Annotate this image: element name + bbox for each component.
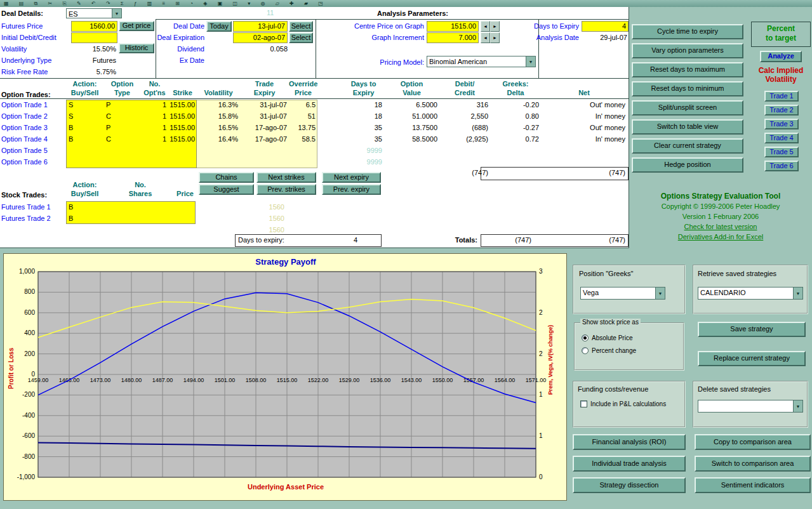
option-trades-input-region[interactable] xyxy=(66,100,197,168)
trade-4-button[interactable]: Trade 4 xyxy=(764,133,799,143)
check-latest-link[interactable]: Check for latest version xyxy=(684,223,757,230)
trade-2-button[interactable]: Trade 2 xyxy=(764,105,799,116)
reset-days-to-maximum-button[interactable]: Reset days to maximum xyxy=(632,62,743,77)
excel-toolbar[interactable]: ▦ ▤ ⧉ ✂ ⎘ ✎ ↶ ↷ Σ ƒ ▥ ≡ ⊞ ◔ ◈ ▣ ◫ ▾ ◍ ▱ … xyxy=(0,0,812,7)
trade-3-button[interactable]: Trade 3 xyxy=(764,119,799,129)
reset-days-to-minimum-button[interactable]: Reset days to minimum xyxy=(632,81,743,96)
option-trade-cell-strike[interactable]: 1515.00 xyxy=(168,101,197,109)
arrow-left-icon[interactable]: ◄ xyxy=(481,21,490,32)
option-trade-cell-type[interactable]: C xyxy=(103,112,141,120)
addin-link-wrap: Derivatives Add-in for Excel xyxy=(632,233,809,241)
trade-5-button[interactable]: Trade 5 xyxy=(764,147,799,157)
historic-button[interactable]: Historic xyxy=(119,43,154,53)
suggest-button[interactable]: Suggest xyxy=(199,184,254,195)
chevron-down-icon[interactable]: ▼ xyxy=(793,288,802,299)
option-trade-cell-num[interactable]: 1 xyxy=(141,135,168,143)
financial-analysis-roi-button[interactable]: Financial analysis (ROI) xyxy=(573,434,686,450)
arrow-right-icon[interactable]: ► xyxy=(490,21,500,32)
switch-to-table-view-button[interactable]: Switch to table view xyxy=(632,119,743,135)
get-price-button[interactable]: Get price xyxy=(119,21,154,31)
option-trade-cell-type[interactable]: C xyxy=(103,135,141,143)
option-trade-cell-action[interactable]: B xyxy=(66,124,103,131)
option-trade-cell-vol[interactable]: 16.4% xyxy=(197,135,240,143)
option-trade-cell-action[interactable]: S xyxy=(66,101,103,109)
greeks-dropdown[interactable]: Vega ▼ xyxy=(580,287,665,300)
today-button[interactable]: Today xyxy=(206,21,232,32)
svg-text:1564.00: 1564.00 xyxy=(495,377,516,383)
copy-to-comparison-area-button[interactable]: Copy to comparison area xyxy=(695,434,811,450)
chevron-down-icon[interactable]: ▼ xyxy=(112,9,121,18)
option-trade-cell-action[interactable]: B xyxy=(66,135,103,143)
trade-1-button[interactable]: Trade 1 xyxy=(764,91,799,102)
arrow-right-icon[interactable]: ► xyxy=(490,32,500,43)
radio-absolute-price[interactable]: Absolute Price xyxy=(582,334,632,341)
initial-debit-credit-cell[interactable] xyxy=(71,32,117,43)
derivatives-addin-link[interactable]: Derivatives Add-in for Excel xyxy=(678,233,764,241)
chevron-down-icon[interactable]: ▼ xyxy=(793,400,802,412)
option-trade-cell-override[interactable]: 6.5 xyxy=(289,101,317,109)
option-trade-cell-expiry[interactable]: 17-ago-07 xyxy=(240,135,289,143)
next-expiry-button[interactable]: Next expiry xyxy=(322,172,381,183)
delete-strategies-dropdown[interactable]: ▼ xyxy=(698,400,803,413)
next-strikes-button[interactable]: Next strikes xyxy=(256,172,316,183)
replace-strategy-button[interactable]: Replace current strategy xyxy=(698,351,806,366)
option-trades-param-region[interactable] xyxy=(197,100,317,168)
option-trade-cell-strike[interactable]: 1515.00 xyxy=(168,135,197,143)
trade-6-button[interactable]: Trade 6 xyxy=(764,161,799,171)
symbol-dropdown[interactable]: ES ▼ xyxy=(66,8,122,18)
deal-date-select-button[interactable]: Select xyxy=(289,21,313,32)
option-trade-cell-strike[interactable]: 1515.00 xyxy=(168,112,197,120)
option-trade-cell-delta: -0.20 xyxy=(490,101,541,109)
option-trade-cell-value: 6.5000 xyxy=(384,101,439,109)
option-trade-cell-strike[interactable]: 1515.00 xyxy=(168,124,197,131)
prev-strikes-button[interactable]: Prev. strikes xyxy=(256,184,316,195)
sentiment-indicators-button[interactable]: Sentiment indicators xyxy=(695,477,811,493)
option-trade-cell-num[interactable]: 1 xyxy=(141,101,168,109)
option-trade-cell-num[interactable]: 1 xyxy=(141,124,168,131)
branding-version: Version 1 February 2006 xyxy=(632,213,809,220)
funding-checkbox-row[interactable]: Include in P&L calculations xyxy=(580,400,666,407)
deal-date-cell[interactable]: 13-jul-07 xyxy=(233,21,288,32)
option-trade-cell-override[interactable]: 13.75 xyxy=(289,124,317,131)
option-trade-cell-vol[interactable]: 16.5% xyxy=(197,124,240,131)
prev-expiry-button[interactable]: Prev. expiry xyxy=(322,184,381,195)
individual-trade-analysis-button[interactable]: Individual trade analysis xyxy=(573,456,686,472)
option-trade-cell-type[interactable]: P xyxy=(103,124,141,131)
vary-option-parameters-button[interactable]: Vary option parameters xyxy=(632,43,743,58)
option-trade-cell-expiry[interactable]: 31-jul-07 xyxy=(240,112,289,120)
radio-percent-label: Percent change xyxy=(592,347,636,354)
futures-price-cell[interactable]: 1560.00 xyxy=(71,21,117,32)
option-trade-cell-override[interactable]: 58.5 xyxy=(289,135,317,143)
analyze-button[interactable]: Analyze xyxy=(760,51,802,62)
radio-percent-change[interactable]: Percent change xyxy=(582,347,636,354)
option-trade-cell-vol[interactable]: 15.8% xyxy=(197,112,240,120)
arrow-left-icon[interactable]: ◄ xyxy=(481,32,490,43)
option-trade-cell-vol[interactable]: 16.3% xyxy=(197,101,240,109)
svg-text:1480.00: 1480.00 xyxy=(121,377,142,383)
hedge-position-button[interactable]: Hedge position xyxy=(632,157,743,173)
clear-current-strategy-button[interactable]: Clear current strategy xyxy=(632,138,743,154)
option-trade-cell-override[interactable]: 51 xyxy=(289,112,317,120)
chains-button[interactable]: Chains xyxy=(199,172,254,183)
chevron-down-icon[interactable]: ▼ xyxy=(655,288,665,299)
option-trade-cell-action[interactable]: S xyxy=(66,112,103,120)
split-unsplit-screen-button[interactable]: Split/unsplit screen xyxy=(632,100,743,116)
option-trade-cell-type[interactable]: P xyxy=(103,101,141,109)
option-trade-cell-expiry[interactable]: 17-ago-07 xyxy=(240,124,289,131)
deal-expiration-cell[interactable]: 02-ago-07 xyxy=(233,32,288,43)
centre-price-cell[interactable]: 1515.00 xyxy=(427,21,479,32)
switch-to-comparison-area-button[interactable]: Switch to comparison area xyxy=(695,456,811,472)
graph-increment-cell[interactable]: 7.000 xyxy=(427,32,479,43)
retrieve-strategies-dropdown[interactable]: CALENDARIO ▼ xyxy=(698,287,803,300)
stock-trade-action-cell[interactable]: B xyxy=(69,203,100,211)
option-trade-cell-num[interactable]: 1 xyxy=(141,112,168,120)
chevron-down-icon[interactable]: ▼ xyxy=(526,56,535,67)
pricing-model-dropdown[interactable]: Binomial American ▼ xyxy=(427,56,536,67)
days-to-expiry-cell[interactable]: 4 xyxy=(582,21,629,32)
strategy-dissection-button[interactable]: Strategy dissection xyxy=(573,477,686,493)
cycle-time-to-expiry-button[interactable]: Cycle time to expiry xyxy=(632,24,743,39)
save-strategy-button[interactable]: Save strategy xyxy=(698,322,806,337)
option-trade-cell-expiry[interactable]: 31-jul-07 xyxy=(240,101,289,109)
stock-trade-action-cell[interactable]: B xyxy=(69,215,100,222)
deal-expiration-select-button[interactable]: Select xyxy=(289,32,313,43)
